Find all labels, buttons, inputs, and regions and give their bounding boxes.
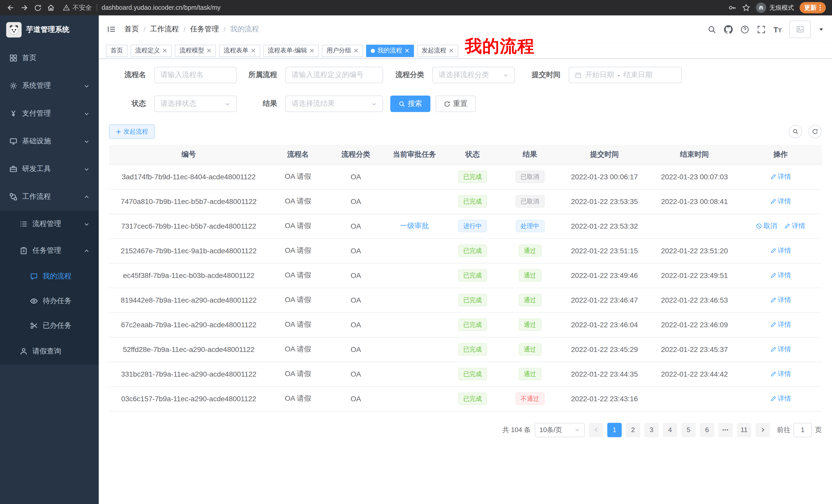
detail-link[interactable]: 详情 [770,271,791,280]
tag-process-definition[interactable]: 流程定义 [131,45,172,57]
date-range-picker[interactable]: 开始日期 - 结束日期 [569,67,682,83]
close-icon[interactable] [207,48,211,53]
close-icon[interactable] [405,48,409,53]
bookmark-star-icon[interactable] [742,4,750,12]
tag-process-form[interactable]: 流程表单 [219,45,260,57]
sidebar-item-home[interactable]: 首页 [0,44,99,72]
sidebar-item-workflow[interactable]: 工作流程 [0,183,99,211]
page-button[interactable]: 1 [607,423,622,437]
page-button[interactable]: 5 [681,423,696,437]
cancel-link[interactable]: 取消 [756,221,777,231]
close-icon[interactable] [449,48,453,53]
detail-link[interactable]: 详情 [770,369,791,379]
home-icon[interactable] [44,1,58,15]
cell-name: OA 请假 [268,214,328,239]
sidebar-item-done-task[interactable]: 已办任务 [0,313,99,338]
filter-label-def: 所属流程 [237,71,285,80]
status-badge: 已完成 [458,318,487,331]
sidebar-item-payment[interactable]: 支付管理 [0,100,99,128]
tag-home[interactable]: 首页 [106,45,128,57]
update-button[interactable]: 更新 [800,2,826,13]
sidebar-toggle-icon[interactable] [107,25,116,34]
search-button[interactable]: 搜索 [390,95,431,112]
caret-down-icon[interactable] [818,27,824,32]
help-icon[interactable] [740,25,749,34]
sidebar-item-my-process[interactable]: 我的流程 [0,264,99,289]
cell-name: OA 请假 [268,263,328,288]
breadcrumb-item[interactable]: 首页 [125,25,139,34]
sidebar-item-system[interactable]: 系统管理 [0,72,99,100]
reload-icon[interactable] [31,1,44,15]
search-icon[interactable] [707,25,716,34]
font-size-icon[interactable]: TT [773,25,782,33]
cell-category: OA [328,189,384,214]
more-pages-button[interactable]: ••• [718,423,733,437]
tag-my-process[interactable]: 我的流程 [366,45,414,57]
refresh-table-button[interactable] [808,125,822,138]
category-select[interactable]: 请选择流程分类 [433,67,515,83]
close-icon[interactable] [251,48,256,53]
page-button[interactable]: 4 [663,423,677,437]
avatar[interactable] [789,21,811,38]
cell-end-time: 2022-01-22 23:46:09 [649,312,739,337]
close-icon[interactable] [310,48,314,53]
sidebar-item-todo-task[interactable]: 待办任务 [0,289,99,313]
status-badge: 进行中 [458,220,487,232]
toolbox-icon [9,165,18,173]
page-button[interactable]: 6 [700,423,714,437]
next-page-button[interactable] [755,423,770,437]
prev-page-button[interactable] [589,423,603,437]
detail-link[interactable]: 详情 [770,246,791,255]
fullscreen-icon[interactable] [757,25,766,34]
detail-link[interactable]: 详情 [770,394,791,403]
result-select[interactable]: 请选择流结果 [285,95,383,112]
github-icon[interactable] [724,25,733,34]
page-button[interactable]: 2 [626,423,640,437]
app-logo[interactable]: 芋道管理系统 [0,16,99,44]
url-text[interactable]: dashboard.yudao.iocoder.cn/bpm/task/my [102,4,220,11]
tag-process-form-edit[interactable]: 流程表单-编辑 [263,45,319,57]
chevron-up-icon [84,194,89,200]
address-bar[interactable]: 不安全 dashboard.yudao.iocoder.cn/bpm/task/… [63,3,728,12]
passkey-icon[interactable] [728,4,736,12]
close-icon[interactable] [354,48,358,53]
edit-icon [770,371,776,377]
breadcrumb-item[interactable]: 任务管理 [190,25,219,34]
security-warning[interactable]: 不安全 [63,3,92,12]
forward-icon[interactable] [18,1,31,15]
tag-process-model[interactable]: 流程模型 [175,45,216,57]
show-search-button[interactable] [789,125,802,138]
cell-submit-time: 2022-01-23 00:06:17 [560,164,649,189]
sidebar-item-infra[interactable]: 基础设施 [0,128,99,155]
page-button[interactable]: 3 [644,423,659,437]
reset-button[interactable]: 重置 [436,95,476,112]
process-def-input[interactable]: 请输入流程定义的编号 [285,67,383,83]
detail-link[interactable]: 详情 [784,221,805,231]
detail-link[interactable]: 详情 [770,197,791,206]
col-name: 流程名 [268,145,328,164]
process-name-input[interactable]: 请输入流程名 [154,67,237,83]
goto-page-input[interactable]: 1 [794,423,812,437]
tag-user-group[interactable]: 用户分组 [322,45,363,57]
screen: 不安全 dashboard.yudao.iocoder.cn/bpm/task/… [0,0,832,504]
cell-category: OA [328,386,384,411]
sidebar-item-leave-query[interactable]: 请假查询 [0,338,99,365]
sidebar-item-task-mgmt[interactable]: 任务管理 [0,237,99,264]
tag-start-process[interactable]: 发起流程 [417,45,458,57]
status-select[interactable]: 请选择状态 [154,95,237,112]
sidebar-item-process-mgmt[interactable]: 流程管理 [0,211,99,237]
page-button[interactable]: 11 [737,423,751,437]
task-link[interactable]: 一级审批 [400,221,429,231]
cell-end-time: 2022-01-22 23:44:42 [649,362,739,386]
detail-link[interactable]: 详情 [770,172,791,181]
page-size-select[interactable]: 10条/页 [535,423,585,437]
calendar-icon [575,72,581,78]
detail-link[interactable]: 详情 [770,320,791,329]
close-icon[interactable] [162,48,167,53]
breadcrumb-item[interactable]: 工作流程 [150,25,179,34]
back-icon[interactable] [4,1,18,15]
detail-link[interactable]: 详情 [770,296,791,305]
sidebar-item-devtools[interactable]: 研发工具 [0,155,99,183]
start-process-button[interactable]: 发起流程 [109,124,155,139]
detail-link[interactable]: 详情 [770,345,791,354]
